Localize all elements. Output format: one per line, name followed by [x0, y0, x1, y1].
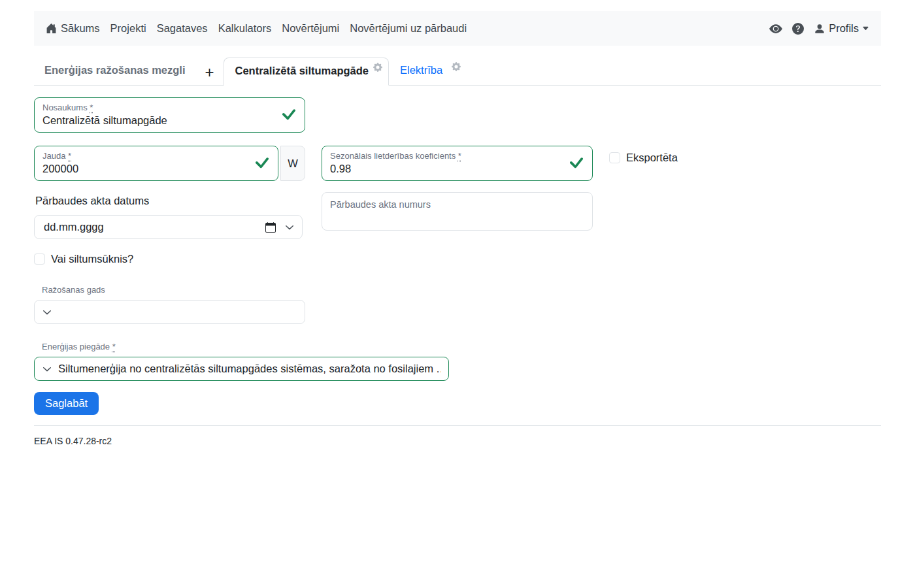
siltumsuknis-label: Vai siltumsūknis?	[51, 253, 133, 265]
tab-elektriba[interactable]: Elektrība	[389, 57, 462, 85]
top-navbar: Sākums Projekti Sagataves Kalkulators No…	[34, 11, 881, 46]
parbaudes-datums-label: Pārbaudes akta datums	[34, 195, 305, 207]
jauda-input-group: Jauda * 200000 W	[34, 146, 305, 181]
siltumsuknis-checkbox-row: Vai siltumsūknis?	[34, 253, 881, 265]
nav-label: Novērtējumi	[282, 22, 339, 35]
valid-check-icon	[570, 157, 583, 170]
jauda-field[interactable]: Jauda * 200000	[34, 146, 278, 181]
nav-item-novertejumi-uz-parbaudi[interactable]: Novērtējumi uz pārbaudi	[350, 22, 467, 35]
nav-label: Kalkulators	[218, 22, 272, 35]
nav-label: Novērtējumi uz pārbaudi	[350, 22, 467, 35]
koeficients-label: Sezonālais lietderības koeficients *	[330, 151, 566, 161]
razosanas-gads-label: Ražošanas gads	[34, 285, 881, 295]
razosanas-gads-group: Ražošanas gads	[34, 285, 881, 324]
chevron-down-icon[interactable]	[285, 223, 294, 232]
nav-label: Sākums	[61, 22, 100, 35]
tab-group-label: Enerģijas ražošanas mezgli	[34, 57, 196, 85]
tab-bar: Enerģijas ražošanas mezgli + Centralizēt…	[34, 57, 881, 86]
gear-icon[interactable]	[373, 63, 382, 72]
home-icon	[46, 23, 57, 34]
razosanas-gads-select[interactable]	[34, 300, 305, 324]
node-form: Nosaukums * Centralizētā siltumapgāde Ja…	[34, 97, 881, 415]
eksporteta-label: Eksportēta	[626, 152, 678, 164]
jauda-value: 200000	[42, 161, 252, 176]
nav-item-novertejumi[interactable]: Novērtējumi	[282, 22, 339, 35]
app-version: EEA IS 0.47.28-rc2	[34, 436, 881, 446]
required-marker: *	[112, 342, 116, 351]
save-button[interactable]: Saglabāt	[34, 392, 99, 415]
energijas-piegade-group: Enerģijas piegāde * Siltumenerģija no ce…	[34, 342, 881, 381]
koeficients-field[interactable]: Sezonālais lietderības koeficients * 0.9…	[322, 146, 593, 181]
chevron-down-icon	[42, 365, 52, 374]
person-icon	[814, 23, 825, 35]
energijas-piegade-value: Siltumenerģija no centralizētās siltumap…	[58, 363, 441, 375]
valid-check-icon	[282, 108, 295, 122]
nav-item-sakums[interactable]: Sākums	[46, 22, 100, 35]
parbaudes-numurs-field[interactable]: Pārbaudes akta numurs	[322, 192, 593, 231]
jauda-label: Jauda *	[42, 151, 252, 161]
nav-menu: Sākums Projekti Sagataves Kalkulators No…	[46, 22, 467, 35]
nav-item-kalkulators[interactable]: Kalkulators	[218, 22, 272, 35]
eksporteta-checkbox[interactable]	[609, 152, 620, 163]
nav-item-sagataves[interactable]: Sagataves	[157, 22, 208, 35]
siltumsuknis-checkbox[interactable]	[34, 253, 45, 265]
eye-icon[interactable]	[769, 22, 782, 35]
energijas-piegade-label: Enerģijas piegāde *	[34, 342, 881, 351]
chevron-down-icon	[42, 308, 52, 317]
required-marker: *	[458, 151, 461, 161]
required-marker: *	[68, 151, 71, 161]
jauda-unit-addon: W	[280, 146, 305, 181]
required-marker: *	[90, 103, 93, 112]
nav-label: Projekti	[110, 22, 146, 35]
nav-actions: Profils	[769, 22, 869, 35]
nosaukums-field[interactable]: Nosaukums * Centralizētā siltumapgāde	[34, 97, 305, 133]
date-placeholder: dd.mm.gggg	[44, 221, 265, 233]
parbaudes-datums-group: Pārbaudes akta datums dd.mm.gggg	[34, 192, 305, 239]
parbaudes-numurs-label: Pārbaudes akta numurs	[330, 199, 584, 210]
tab-label: Elektrība	[400, 64, 442, 76]
help-icon[interactable]	[792, 23, 804, 35]
nosaukums-value: Centralizētā siltumapgāde	[42, 113, 278, 127]
parbaudes-datums-input[interactable]: dd.mm.gggg	[34, 215, 303, 239]
tab-label: Centralizētā siltumapgāde	[235, 65, 369, 76]
nosaukums-label: Nosaukums *	[42, 103, 278, 113]
footer-divider	[34, 425, 881, 426]
page-container: Sākums Projekti Sagataves Kalkulators No…	[34, 11, 881, 446]
koeficients-value: 0.98	[330, 161, 566, 176]
nav-item-projekti[interactable]: Projekti	[110, 22, 146, 35]
profile-menu[interactable]: Profils	[814, 22, 869, 35]
caret-down-icon	[862, 25, 869, 32]
eksporteta-checkbox-row: Eksportēta	[609, 152, 678, 164]
profile-label: Profils	[829, 22, 859, 35]
valid-check-icon	[256, 157, 269, 170]
calendar-icon[interactable]	[265, 222, 276, 233]
add-tab-button[interactable]: +	[196, 57, 224, 85]
tab-centralizeta-siltumapgade[interactable]: Centralizētā siltumapgāde	[224, 57, 389, 86]
energijas-piegade-select[interactable]: Siltumenerģija no centralizētās siltumap…	[34, 357, 449, 381]
nav-label: Sagataves	[157, 22, 208, 35]
gear-icon[interactable]	[452, 62, 461, 71]
